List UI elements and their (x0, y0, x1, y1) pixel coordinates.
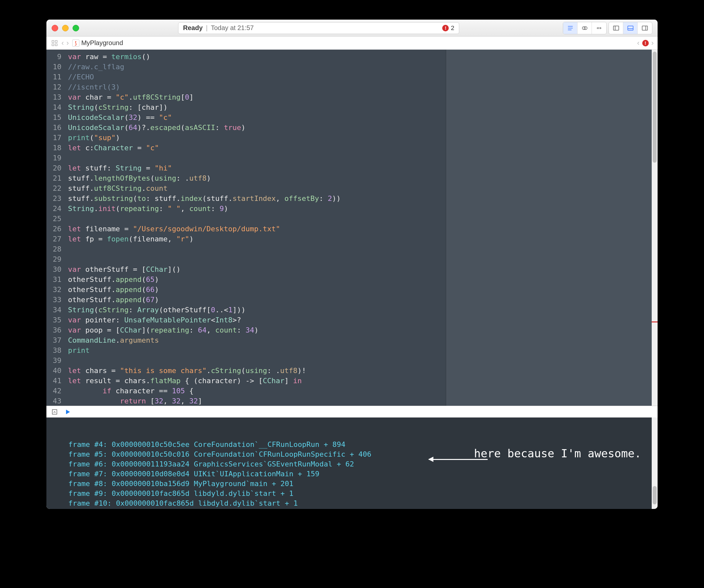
line-gutter: 9 10 11 12 13 14 15 16 17 18 19 20 21 22… (46, 50, 65, 406)
swift-file-icon: ⟆ (72, 40, 79, 47)
xcode-window: Ready | Today at 21:57 ! 2 (46, 19, 658, 509)
editor-standard-button[interactable] (563, 22, 578, 34)
scrollbar-thumb[interactable] (653, 52, 657, 163)
svg-rect-3 (628, 26, 633, 30)
breadcrumb-file[interactable]: ⟆ MyPlayground (72, 39, 123, 47)
status-time: Today at 21:57 (211, 24, 254, 32)
nav-back-icon[interactable]: ‹ (61, 39, 64, 47)
run-button[interactable] (63, 408, 72, 416)
jump-prev-issue-icon[interactable]: ‹ (637, 39, 639, 47)
panel-right-button[interactable] (638, 22, 652, 34)
panel-bottom-button[interactable] (623, 22, 638, 34)
editor-assistant-button[interactable] (578, 22, 592, 34)
svg-rect-6 (55, 41, 57, 43)
svg-point-1 (584, 26, 587, 29)
results-sidebar[interactable] (446, 50, 652, 406)
breadcrumb-bar: ‹ › ⟆ MyPlayground ‹ ! › (46, 37, 658, 50)
debug-console[interactable]: frame #4: 0x000000010c50c5ee CoreFoundat… (46, 417, 658, 509)
titlebar: Ready | Today at 21:57 ! 2 (46, 19, 658, 37)
svg-rect-5 (52, 41, 54, 43)
close-button[interactable] (52, 25, 58, 31)
toolbar-right (563, 22, 652, 34)
debug-menu-icon[interactable] (50, 408, 59, 416)
svg-rect-7 (52, 44, 54, 46)
console-scrollbar[interactable] (652, 417, 658, 509)
maximize-button[interactable] (72, 25, 79, 31)
error-mark[interactable] (652, 321, 658, 322)
code-editor[interactable]: var raw = termios() //raw.c_lflag //ECHO… (65, 50, 446, 406)
editor-version-button[interactable] (592, 22, 606, 34)
traffic-lights (52, 25, 79, 31)
breadcrumb-filename: MyPlayground (81, 39, 123, 47)
status-separator: | (206, 24, 208, 32)
svg-rect-8 (55, 44, 57, 46)
svg-rect-4 (642, 26, 648, 30)
jump-next-issue-icon[interactable]: › (651, 39, 654, 47)
console-scrollbar-thumb[interactable] (653, 486, 657, 504)
panel-left-button[interactable] (609, 22, 623, 34)
svg-rect-9 (52, 410, 57, 414)
error-indicator[interactable]: ! 2 (442, 24, 454, 32)
debug-toolbar (46, 406, 658, 417)
editor-scrollbar[interactable] (652, 50, 658, 406)
editor-area: 9 10 11 12 13 14 15 16 17 18 19 20 21 22… (46, 50, 658, 406)
status-pill: Ready | Today at 21:57 ! 2 (178, 22, 459, 34)
minimize-button[interactable] (62, 25, 69, 31)
error-badge-icon[interactable]: ! (642, 40, 649, 46)
svg-rect-2 (613, 26, 619, 30)
related-items-icon[interactable] (50, 39, 59, 47)
annotation-arrow (429, 459, 488, 460)
status-text: Ready (183, 24, 202, 32)
error-count: 2 (451, 24, 454, 32)
nav-forward-icon[interactable]: › (66, 39, 69, 47)
error-dot-icon: ! (442, 25, 449, 31)
